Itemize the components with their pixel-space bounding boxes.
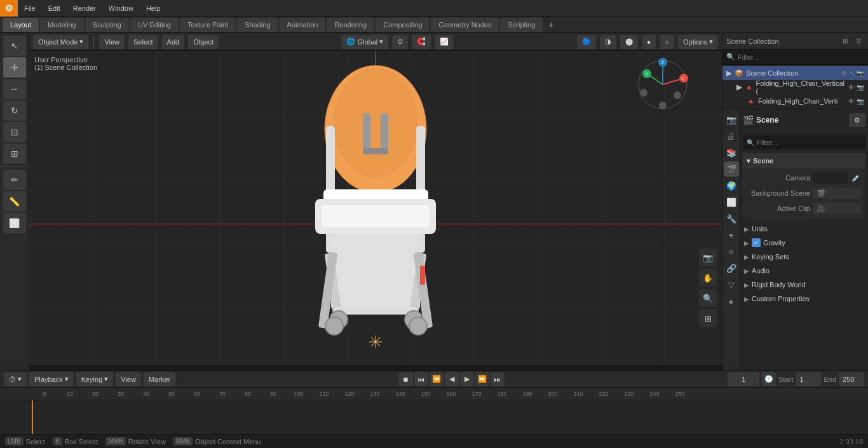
- add-menu-btn[interactable]: Add: [162, 35, 185, 49]
- play-btn[interactable]: ▶: [460, 372, 474, 386]
- timeline-content[interactable]: [0, 400, 868, 434]
- shading-mat-btn[interactable]: ●: [642, 35, 656, 49]
- menu-item-help[interactable]: Help: [140, 0, 167, 16]
- tab-sculpting[interactable]: Sculpting: [85, 18, 129, 32]
- visibility-icon2[interactable]: 👁: [848, 98, 855, 105]
- tab-texture-paint[interactable]: Texture Paint: [180, 18, 236, 32]
- cursor-btn[interactable]: ✛: [3, 57, 26, 78]
- filter-icon-btn[interactable]: ⊞: [839, 36, 851, 47]
- keying-btn[interactable]: Keying ▾: [76, 372, 114, 386]
- render-icon3[interactable]: 📷: [857, 98, 864, 105]
- time-mode-btn[interactable]: 🕐: [762, 372, 776, 386]
- visibility-icon[interactable]: 👁: [848, 84, 855, 91]
- props-options-btn[interactable]: ⚙: [849, 113, 865, 127]
- outliner-item-1[interactable]: ▶ 🔺 Folding_High_Chair_Vertical ( 👁 📷: [722, 80, 868, 94]
- record-btn[interactable]: ⏺: [399, 372, 413, 386]
- menu-item-window[interactable]: Window: [102, 0, 140, 16]
- graph-btn[interactable]: 📈: [435, 35, 454, 49]
- options-btn[interactable]: Options ▾: [678, 35, 718, 49]
- annotate-btn[interactable]: ✏: [3, 170, 26, 190]
- skip-start-btn[interactable]: ⏮: [414, 372, 428, 386]
- menu-item-edit[interactable]: Edit: [42, 0, 67, 16]
- measure-btn[interactable]: 📏: [3, 191, 26, 212]
- active-clip-value[interactable]: 🎥: [813, 203, 862, 214]
- current-frame-input[interactable]: 1: [728, 372, 759, 386]
- scale-btn[interactable]: ⊡: [3, 122, 26, 142]
- overlay-btn[interactable]: 🔵: [577, 35, 596, 49]
- background-scene-value[interactable]: 🎬: [813, 187, 862, 199]
- tab-animation[interactable]: Animation: [280, 18, 326, 32]
- hand-btn[interactable]: ✋: [699, 269, 717, 287]
- prop-tab-material[interactable]: ●: [724, 294, 739, 309]
- prop-tab-physics[interactable]: ⚛: [724, 244, 739, 259]
- keying-sets-row[interactable]: ▶ Keying Sets: [743, 250, 865, 264]
- skip-end-btn[interactable]: ⏭: [491, 372, 505, 386]
- menu-item-file[interactable]: File: [18, 0, 42, 16]
- tab-add-button[interactable]: +: [544, 18, 558, 32]
- proportional-edit-btn[interactable]: ⊙: [392, 35, 408, 49]
- render-icon2[interactable]: 📷: [857, 84, 864, 91]
- gravity-checkbox[interactable]: ✓: [752, 238, 761, 247]
- rigid-body-world-row[interactable]: ▶ Rigid Body World: [743, 278, 865, 292]
- tab-layout[interactable]: Layout: [3, 18, 39, 32]
- search-input[interactable]: [738, 53, 864, 61]
- playback-btn[interactable]: Playback ▾: [29, 372, 74, 386]
- units-row[interactable]: ▶ Units: [743, 222, 865, 236]
- tab-modeling[interactable]: Modeling: [40, 18, 84, 32]
- custom-props-row[interactable]: ▶ Custom Properties: [743, 292, 865, 306]
- object-menu-btn[interactable]: Object: [188, 35, 219, 49]
- prop-tab-constraints[interactable]: 🔗: [724, 261, 739, 276]
- prop-tab-scene[interactable]: 🎬: [724, 161, 739, 177]
- viewport-3d[interactable]: User Perspective (1) Scene Collection X …: [29, 51, 722, 365]
- scene-section-header[interactable]: ▾ Scene: [743, 153, 865, 168]
- view-menu-btn[interactable]: View: [99, 35, 125, 49]
- end-frame-input[interactable]: 250: [839, 372, 864, 386]
- transform-btn[interactable]: ⊞: [3, 144, 26, 164]
- start-frame-input[interactable]: 1: [796, 372, 821, 386]
- zoom-btn[interactable]: 🔍: [699, 289, 717, 307]
- object-mode-dropdown[interactable]: Object Mode ▾: [33, 35, 88, 49]
- camera-value[interactable]: [813, 172, 848, 184]
- view-options-btn[interactable]: ☰: [853, 36, 864, 47]
- tab-shading[interactable]: Shading: [237, 18, 278, 32]
- prev-frame-btn[interactable]: ⏪: [430, 372, 444, 386]
- timeline-type-btn[interactable]: ⏱ ▾: [4, 372, 27, 386]
- marker-btn[interactable]: Marker: [144, 372, 175, 386]
- outliner-item-2[interactable]: 🔺 Folding_High_Chair_Verti 👁 📷: [722, 94, 868, 108]
- audio-row[interactable]: ▶ Audio: [743, 264, 865, 278]
- render-icon[interactable]: 📷: [857, 70, 864, 77]
- props-search-input[interactable]: [757, 139, 862, 146]
- shading-render-btn[interactable]: ○: [660, 35, 674, 49]
- timeline-scrollbar[interactable]: [29, 365, 722, 370]
- prop-tab-world[interactable]: 🌍: [724, 178, 739, 193]
- tab-rendering[interactable]: Rendering: [327, 18, 374, 32]
- prop-tab-view-layer[interactable]: 📚: [724, 145, 739, 160]
- prop-tab-data[interactable]: ▽: [724, 277, 739, 292]
- prop-tab-object[interactable]: ⬜: [724, 194, 739, 210]
- next-frame-btn[interactable]: ⏩: [475, 372, 489, 386]
- tab-compositing[interactable]: Compositing: [376, 18, 430, 32]
- camera-btn[interactable]: 📷: [699, 248, 717, 266]
- timeline-view-btn[interactable]: View: [116, 372, 141, 386]
- visibility-icon[interactable]: 👁: [841, 70, 848, 77]
- move-btn[interactable]: ↔: [3, 79, 26, 99]
- prop-tab-render[interactable]: 📷: [724, 112, 739, 127]
- prop-tab-particles[interactable]: ✦: [724, 227, 739, 243]
- xray-btn[interactable]: ◑: [600, 35, 616, 49]
- tab-geometry-nodes[interactable]: Geometry Nodes: [431, 18, 499, 32]
- shading-solid-btn[interactable]: ⬤: [620, 35, 638, 49]
- camera-eyedropper[interactable]: 💉: [850, 172, 862, 184]
- grid-snap-btn[interactable]: ⊞: [699, 309, 717, 327]
- tab-uv-editing[interactable]: UV Editing: [130, 18, 179, 32]
- transform-global-btn[interactable]: 🌐 Global ▾: [341, 35, 388, 49]
- menu-item-render[interactable]: Render: [67, 0, 102, 16]
- select-tool-btn[interactable]: ↖: [3, 36, 26, 56]
- prop-tab-output[interactable]: 🖨: [724, 128, 739, 144]
- outliner-item-0[interactable]: ▶ 📦 Scene Collection 👁 ↖ 📷: [722, 66, 868, 80]
- select-menu-btn[interactable]: Select: [128, 35, 158, 49]
- snap-btn[interactable]: 🧲: [412, 35, 431, 49]
- tab-scripting[interactable]: Scripting: [500, 18, 543, 32]
- rotate-btn[interactable]: ↻: [3, 100, 26, 121]
- gravity-row[interactable]: ▶ ✓ Gravity: [743, 236, 865, 250]
- select-icon[interactable]: ↖: [850, 70, 855, 77]
